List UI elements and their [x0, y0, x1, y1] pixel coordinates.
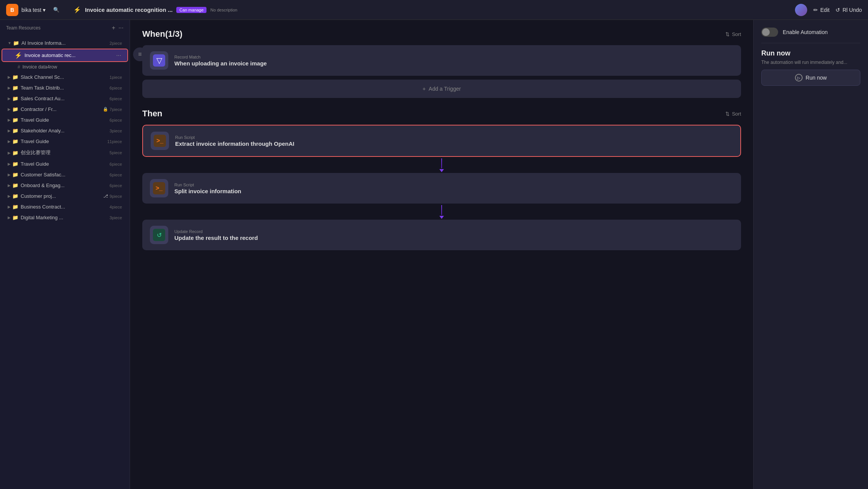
run-script-icon: >_	[154, 135, 166, 147]
sidebar-item-invoice-data[interactable]: # Invoice data 4row	[0, 62, 130, 72]
arrow-icon: ▶	[8, 75, 11, 79]
more-options-button[interactable]: ···	[119, 24, 124, 31]
folder-count: 4piece	[110, 205, 122, 209]
sidebar-item-travel-3[interactable]: ▶ 📁 Travel Guide 6piece	[2, 159, 128, 169]
folder-icon: 📁	[12, 215, 18, 220]
trigger-name-label: When uploading an invoice image	[174, 60, 267, 67]
workspace-name[interactable]: bika test ▾	[21, 7, 46, 13]
header-title-area: ⚡ Invoice automatic recognition ... Can …	[66, 6, 790, 13]
sidebar-item-team-task[interactable]: ▶ 📁 Team Task Distrib... 6piece	[2, 83, 128, 93]
action-info: Run Script Split invoice information	[174, 183, 241, 194]
history-button[interactable]: ↺ Rl Undo	[835, 7, 862, 13]
action-icon-wrapper: >_	[150, 179, 168, 197]
enable-automation-toggle[interactable]	[761, 28, 778, 37]
chevron-down-icon: ▾	[43, 7, 46, 13]
folder-name: Digital Marketing ...	[21, 215, 110, 220]
then-title: Then	[142, 109, 163, 119]
arrow-icon: ▶	[8, 162, 11, 166]
run-now-section: Run now The automation will run immediat…	[761, 43, 860, 86]
when-title: When(1/3)	[142, 29, 182, 39]
sort-label: Sort	[732, 31, 741, 37]
header-right: ✏ Edit ↺ Rl Undo	[795, 4, 862, 16]
top-header: B bika test ▾ 🔍 ⚡ Invoice automatic reco…	[0, 0, 868, 20]
folder-icon: 📁	[12, 161, 18, 167]
arrow-icon: ▶	[8, 205, 11, 209]
arrow-icon: ▶	[8, 107, 11, 111]
arrow-icon: ▶	[8, 215, 11, 220]
automation-canvas: When(1/3) ⇅ Sort ▽ Record Match When upl…	[130, 20, 753, 489]
when-sort-button[interactable]: ⇅ Sort	[725, 31, 741, 37]
run-now-title: Run now	[761, 49, 860, 57]
sidebar-item-travel-1[interactable]: ▶ 📁 Travel Guide 6piece	[2, 115, 128, 125]
sidebar-item-digital[interactable]: ▶ 📁 Digital Marketing ... 3piece	[2, 212, 128, 223]
connector-line	[441, 205, 442, 215]
add-trigger-button[interactable]: + Add a Trigger	[142, 80, 741, 98]
sidebar-item-customer-satisfac[interactable]: ▶ 📁 Customer Satisfac... 6piece	[2, 170, 128, 180]
sidebar-header: Team Resources + ···	[0, 20, 130, 36]
sidebar-item-slack[interactable]: ▶ 📁 Slack Channel Sc... 1piece	[2, 72, 128, 82]
connector-2	[142, 205, 741, 219]
folder-name: Onboard & Engag...	[21, 183, 110, 188]
folder-count: 3piece	[110, 129, 122, 133]
folder-count: 6piece	[110, 96, 122, 101]
sidebar-item-startup[interactable]: ▶ 📁 创业比赛管理 5piece	[2, 147, 128, 158]
action-card-extract-openai[interactable]: >_ Run Script Extract invoice informatio…	[142, 125, 741, 157]
action-info: Run Script Extract invoice information t…	[175, 135, 294, 147]
search-button[interactable]: 🔍	[52, 5, 61, 14]
sidebar-item-business[interactable]: ▶ 📁 Business Contract... 4piece	[2, 202, 128, 212]
content-area: ≡ When(1/3) ⇅ Sort ▽ Record Match When u…	[130, 20, 868, 489]
workspace-avatar-button[interactable]: B	[6, 4, 18, 16]
sidebar-item-travel-2[interactable]: ▶ 📁 Travel Guide 11piece	[2, 136, 128, 147]
folder-icon: 📁	[12, 106, 18, 112]
folder-count: 9piece	[110, 194, 122, 199]
edit-button[interactable]: ✏ Edit	[813, 7, 829, 13]
sidebar-item-sales[interactable]: ▶ 📁 Sales Contract Au... 6piece	[2, 93, 128, 104]
can-manage-badge: Can manage	[176, 7, 206, 13]
arrow-icon: ▶	[8, 129, 11, 133]
sidebar-header-actions: + ···	[112, 24, 124, 31]
edit-label: Edit	[820, 7, 829, 13]
folder-name: Slack Channel Sc...	[21, 74, 110, 80]
then-section: Then ⇅ Sort >_ Run Script Extract invoic…	[142, 109, 741, 250]
folder-name: Sales Contract Au...	[21, 96, 110, 101]
action-card-update-record[interactable]: ↺ Update Record Update the result to the…	[142, 220, 741, 250]
action-name-label: Extract invoice information through Open…	[175, 140, 294, 147]
action-type-label: Run Script	[174, 183, 241, 187]
folder-name: Customer proj...	[21, 193, 103, 199]
action-info: Update Record Update the result to the r…	[174, 229, 258, 241]
sidebar-item-onboard[interactable]: ▶ 📁 Onboard & Engag... 6piece	[2, 180, 128, 191]
sub-item-name: Invoice data	[23, 64, 47, 70]
folder-icon: 📁	[12, 74, 18, 80]
sidebar-item-ai-invoice[interactable]: ▼ 📁 AI Invoice Informa... 2piece	[2, 38, 128, 48]
folder-count: 6piece	[110, 86, 122, 90]
then-sort-button[interactable]: ⇅ Sort	[725, 111, 741, 117]
action-icon-wrapper: >_	[151, 132, 169, 150]
folder-name: Business Contract...	[21, 204, 110, 210]
run-now-button[interactable]: ▷ Run now	[761, 70, 860, 86]
floating-settings-button[interactable]: ≡	[133, 47, 147, 61]
action-card-split-invoice[interactable]: >_ Run Script Split invoice information	[142, 173, 741, 204]
folder-count: 1piece	[110, 75, 122, 80]
folder-icon: 📁	[12, 85, 18, 91]
sidebar-item-customer-proj[interactable]: ▶ 📁 Customer proj... ⎇ 9piece	[2, 191, 128, 201]
sidebar-item-invoice-automation[interactable]: ⚡ Invoice automatic rec... ···	[2, 49, 128, 62]
sidebar-items: ▼ 📁 AI Invoice Informa... 2piece ⚡ Invoi…	[0, 36, 130, 489]
add-resource-button[interactable]: +	[112, 24, 115, 31]
share-icon: ⎇	[103, 194, 108, 199]
trigger-card-record-match[interactable]: ▽ Record Match When uploading an invoice…	[142, 45, 741, 76]
action-name-label: Split invoice information	[174, 188, 241, 194]
action-name-label: Update the result to the record	[174, 235, 258, 241]
automation-more-icon[interactable]: ···	[116, 52, 121, 59]
workspace-name-text: bika test	[21, 7, 41, 13]
history-icon: ↺	[835, 7, 840, 13]
folder-count: 2piece	[110, 41, 122, 46]
run-script-icon: >_	[153, 182, 165, 194]
sidebar-item-contractor[interactable]: ▶ 📁 Contractor / Fr... 🔒 7piece	[2, 104, 128, 114]
enable-automation-label: Enable Automation	[783, 29, 828, 35]
sidebar-item-stakeholder[interactable]: ▶ 📁 Stakeholder Analy... 3piece	[2, 126, 128, 136]
folder-icon: 📁	[12, 96, 18, 101]
folder-count: 11piece	[107, 139, 122, 144]
folder-name: Travel Guide	[21, 139, 107, 144]
then-section-header: Then ⇅ Sort	[142, 109, 741, 119]
sort-icon: ⇅	[725, 111, 730, 117]
